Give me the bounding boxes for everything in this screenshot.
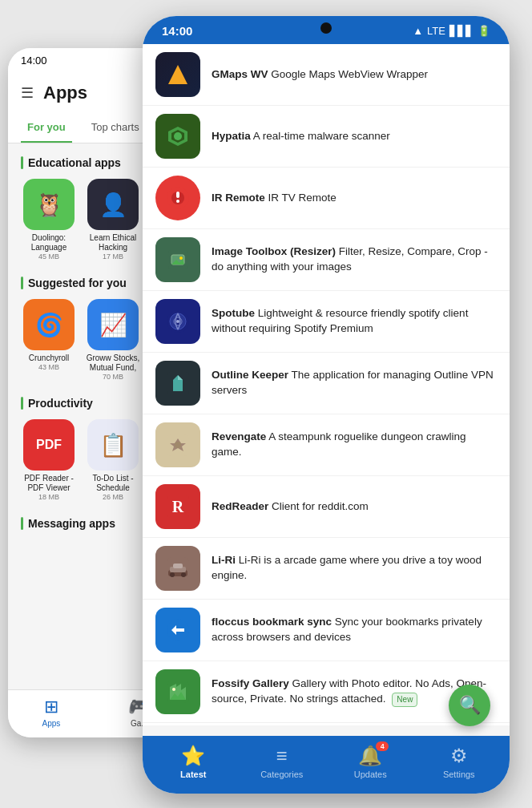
apps-nav-icon: ⊞ <box>44 697 58 717</box>
svg-point-24 <box>181 572 186 577</box>
updates-nav-label: Updates <box>354 770 387 779</box>
tab-top-charts[interactable]: Top charts <box>85 113 146 143</box>
list-item[interactable]: floccus bookmark sync Sync your bookmark… <box>143 600 510 661</box>
latest-nav-icon: ⭐ <box>181 745 205 767</box>
search-fab[interactable]: 🔍 <box>449 685 490 726</box>
crunchyroll-icon: 🌀 <box>23 299 75 350</box>
svg-rect-26 <box>173 564 183 568</box>
app-info: Spotube Lightweight & resource friendly … <box>212 306 497 337</box>
list-item[interactable]: Image Toolbox (Resizer) Filter, Resize, … <box>143 229 510 291</box>
app-name: Learn Ethical Hacking <box>85 233 141 252</box>
search-fab-icon: 🔍 <box>459 695 481 716</box>
list-item[interactable]: 👤 Learn Ethical Hacking 17 MB <box>85 179 141 261</box>
new-badge: New <box>392 693 417 707</box>
list-item[interactable]: GMaps WV Google Maps WebView Wrapper <box>143 44 510 106</box>
updates-badge-count: 4 <box>376 741 389 751</box>
list-item[interactable]: 🌀 Crunchyroll 43 MB <box>21 299 77 381</box>
app-size: 43 MB <box>38 363 59 371</box>
list-item[interactable]: Li-Ri Li-Ri is a arcade game where you d… <box>143 538 510 600</box>
app-size: 17 MB <box>103 252 123 261</box>
settings-nav-label: Settings <box>443 770 475 779</box>
list-item[interactable]: 🦉 Duolingo: Language 45 MB <box>21 179 77 261</box>
svg-point-1 <box>174 132 182 140</box>
lte-icon: LTE <box>427 25 445 37</box>
app-size: 45 MB <box>38 252 59 261</box>
app-info: Revengate A steampunk roguelike dungeon … <box>212 430 497 460</box>
spotube-icon <box>155 299 200 344</box>
todo-list-icon: 📋 <box>87 419 139 471</box>
svg-point-13 <box>176 320 179 323</box>
categories-nav-icon: ≡ <box>276 745 288 767</box>
nav-latest[interactable]: ⭐ Latest <box>149 745 238 779</box>
app-name: Li-Ri <box>212 554 236 566</box>
list-item[interactable]: Revengate A steampunk roguelike dungeon … <box>143 414 510 476</box>
hamburger-icon[interactable]: ☰ <box>21 84 34 102</box>
app-info: Hypatia A real-time malware scanner <box>212 129 497 144</box>
app-name: floccus bookmark sync <box>212 616 332 628</box>
app-name: Outline Keeper <box>212 369 288 381</box>
latest-nav-label: Latest <box>180 770 206 779</box>
status-icons: ▲ LTE ▋▋▋ 🔋 <box>413 25 490 37</box>
settings-nav-icon: ⚙ <box>450 745 468 767</box>
app-name: Fossify Gallery <box>212 677 289 689</box>
ir-remote-icon <box>155 176 200 220</box>
svg-point-5 <box>176 200 179 203</box>
list-item[interactable]: 📋 To-Do List - Schedule 26 MB <box>85 419 141 501</box>
app-list: GMaps WV Google Maps WebView Wrapper Hyp… <box>143 44 510 725</box>
app-name: Revengate <box>212 430 266 442</box>
outline-keeper-icon <box>155 361 200 406</box>
revengate-icon <box>155 422 200 467</box>
app-name: Spotube <box>212 307 255 319</box>
app-name: RedReader <box>212 500 268 512</box>
svg-rect-4 <box>176 192 179 198</box>
svg-marker-0 <box>168 65 187 84</box>
app-name: IR Remote <box>212 192 265 204</box>
app-name: Groww Stocks, Mutual Fund, <box>85 354 141 373</box>
bg-page-title: Apps <box>43 83 87 103</box>
svg-point-8 <box>179 257 183 260</box>
nav-categories[interactable]: ≡ Categories <box>238 745 327 779</box>
categories-nav-label: Categories <box>260 770 303 779</box>
floccus-icon <box>155 608 200 652</box>
app-info: Image Toolbox (Resizer) Filter, Resize, … <box>212 244 497 275</box>
list-item[interactable]: IR Remote IR TV Remote <box>143 168 510 229</box>
list-item[interactable]: 📈 Groww Stocks, Mutual Fund, 70 MB <box>85 299 141 381</box>
app-name: To-Do List - Schedule <box>85 474 141 493</box>
list-item[interactable]: Todo Agenda Home screen widgets displayi… <box>143 723 510 725</box>
bg-nav-apps[interactable]: ⊞ Apps <box>42 697 61 728</box>
pdf-icon: PDF <box>23 419 75 471</box>
list-item[interactable]: Hypatia A real-time malware scanner <box>143 106 510 168</box>
app-size: 70 MB <box>103 373 123 381</box>
list-item[interactable]: Outline Keeper The application for manag… <box>143 353 510 414</box>
svg-point-23 <box>170 572 175 577</box>
svg-point-29 <box>172 688 175 691</box>
list-item[interactable]: R RedReader Client for reddit.com <box>143 476 510 538</box>
image-toolbox-icon <box>155 237 200 282</box>
app-name: Hypatia <box>212 130 251 142</box>
redreader-icon: R <box>155 484 200 529</box>
app-info: Li-Ri Li-Ri is a arcade game where you d… <box>212 553 497 584</box>
battery-icon: 🔋 <box>478 25 490 37</box>
svg-point-18 <box>175 442 181 448</box>
app-info: IR Remote IR TV Remote <box>212 191 497 206</box>
list-item[interactable]: Spotube Lightweight & resource friendly … <box>143 291 510 353</box>
app-name: Image Toolbox (Resizer) <box>212 245 336 257</box>
app-info: floccus bookmark sync Sync your bookmark… <box>212 615 497 645</box>
app-info: RedReader Client for reddit.com <box>212 499 497 515</box>
app-info: GMaps WV Google Maps WebView Wrapper <box>212 67 497 83</box>
list-item[interactable]: PDF PDF Reader - PDF Viewer 18 MB <box>21 419 77 501</box>
camera-notch <box>320 22 332 34</box>
learn-hacking-icon: 👤 <box>87 179 139 230</box>
duolingo-icon: 🦉 <box>23 179 75 230</box>
apps-nav-label: Apps <box>42 719 61 728</box>
nav-updates[interactable]: 🔔 4 Updates <box>326 745 415 779</box>
groww-icon: 📈 <box>87 299 139 350</box>
updates-badge-container: 🔔 4 <box>358 745 382 767</box>
tab-for-you[interactable]: For you <box>21 113 72 143</box>
fossify-icon <box>155 669 200 714</box>
signal-icon: ▋▋▋ <box>449 25 474 37</box>
nav-settings[interactable]: ⚙ Settings <box>415 745 504 779</box>
app-info: Outline Keeper The application for manag… <box>212 368 497 398</box>
gmaps-icon <box>155 52 200 97</box>
wifi-icon: ▲ <box>413 25 423 37</box>
